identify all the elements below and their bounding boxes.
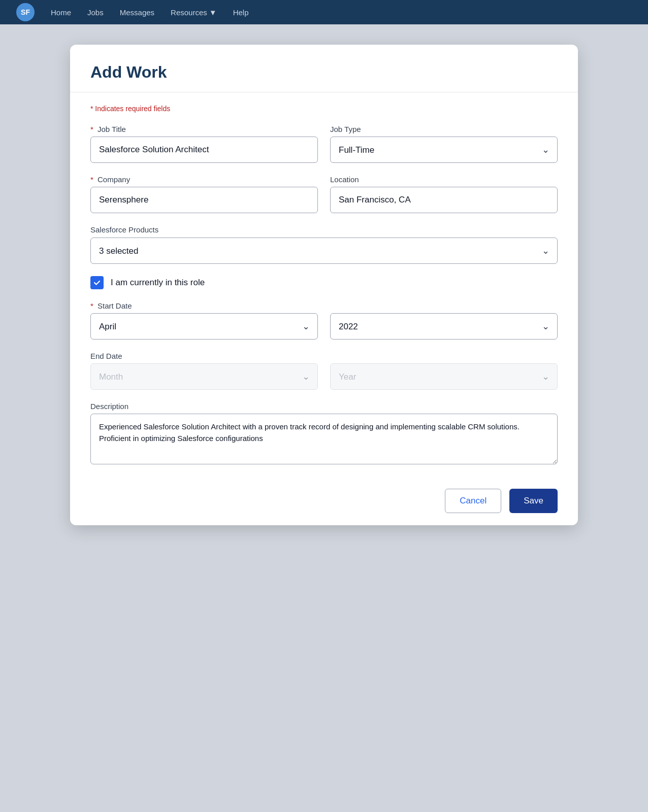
end-year-group: Year ⌄ xyxy=(330,363,558,390)
nav-help[interactable]: Help xyxy=(233,6,249,19)
start-year-select-wrapper: 2024 2023 2022 2021 2020 2019 2018 ⌄ xyxy=(330,313,558,340)
start-year-group: 2024 2023 2022 2021 2020 2019 2018 ⌄ xyxy=(330,313,558,340)
navigation-bar: SF Home Jobs Messages Resources ▼ Help xyxy=(0,0,648,24)
start-date-required-star: * xyxy=(90,301,93,310)
modal-body: * Indicates required fields * Job Title … xyxy=(70,92,578,481)
start-year-select[interactable]: 2024 2023 2022 2021 2020 2019 2018 xyxy=(330,313,558,340)
description-label: Description xyxy=(90,402,558,411)
save-button[interactable]: Save xyxy=(509,489,558,513)
currently-in-role-row: I am currently in this role xyxy=(90,276,558,289)
end-year-select[interactable]: Year xyxy=(330,363,558,390)
modal-title: Add Work xyxy=(90,63,558,82)
required-note: * Indicates required fields xyxy=(90,105,558,113)
start-month-select[interactable]: January February March April May June Ju… xyxy=(90,313,318,340)
company-location-row: * Company Location xyxy=(90,175,558,213)
job-title-job-type-row: * Job Title Job Type Full-Time Part-Time… xyxy=(90,125,558,163)
job-title-input[interactable] xyxy=(90,137,318,163)
add-work-modal: Add Work * Indicates required fields * J… xyxy=(70,45,578,525)
checkmark-icon xyxy=(93,279,101,287)
cancel-button[interactable]: Cancel xyxy=(445,489,501,513)
end-year-select-wrapper: Year ⌄ xyxy=(330,363,558,390)
salesforce-products-select[interactable]: 3 selected xyxy=(90,238,558,264)
location-input[interactable] xyxy=(330,187,558,213)
nav-resources[interactable]: Resources ▼ xyxy=(171,6,217,19)
salesforce-products-label: Salesforce Products xyxy=(90,225,158,234)
job-title-required-star: * xyxy=(90,125,93,133)
nav-jobs[interactable]: Jobs xyxy=(87,6,104,19)
end-date-section: End Date Month ⌄ Year xyxy=(90,352,558,390)
description-textarea[interactable]: Experienced Salesforce Solution Architec… xyxy=(90,414,558,464)
description-section: Description Experienced Salesforce Solut… xyxy=(90,402,558,466)
job-title-group: * Job Title xyxy=(90,125,318,163)
company-input[interactable] xyxy=(90,187,318,213)
job-type-group: Job Type Full-Time Part-Time Contract Fr… xyxy=(330,125,558,163)
start-month-group: January February March April May June Ju… xyxy=(90,313,318,340)
company-label: * Company xyxy=(90,175,318,184)
end-month-group: Month ⌄ xyxy=(90,363,318,390)
job-title-label: * Job Title xyxy=(90,125,318,133)
modal-header: Add Work xyxy=(70,45,578,92)
currently-in-role-label: I am currently in this role xyxy=(111,278,205,288)
job-type-select-wrapper: Full-Time Part-Time Contract Freelance ⌄ xyxy=(330,137,558,163)
end-month-select[interactable]: Month xyxy=(90,363,318,390)
start-month-select-wrapper: January February March April May June Ju… xyxy=(90,313,318,340)
company-required-star: * xyxy=(90,175,93,184)
location-group: Location xyxy=(330,175,558,213)
nav-messages[interactable]: Messages xyxy=(120,6,154,19)
job-type-select[interactable]: Full-Time Part-Time Contract Freelance xyxy=(330,137,558,163)
modal-footer: Cancel Save xyxy=(70,481,578,525)
chevron-down-icon: ▼ xyxy=(209,8,217,17)
start-date-section: * Start Date January February March Apri… xyxy=(90,301,558,340)
logo: SF xyxy=(16,3,35,21)
salesforce-products-select-wrapper: 3 selected ⌄ xyxy=(90,238,558,264)
start-date-label: * Start Date xyxy=(90,301,558,310)
end-date-row: Month ⌄ Year ⌄ xyxy=(90,363,558,390)
start-date-row: January February March April May June Ju… xyxy=(90,313,558,340)
currently-in-role-checkbox[interactable] xyxy=(90,276,104,289)
nav-home[interactable]: Home xyxy=(51,6,71,19)
job-type-label: Job Type xyxy=(330,125,558,133)
end-date-label: End Date xyxy=(90,352,558,360)
location-label: Location xyxy=(330,175,558,184)
salesforce-products-group: Salesforce Products 3 selected ⌄ xyxy=(90,225,558,264)
company-group: * Company xyxy=(90,175,318,213)
modal-overlay: Add Work * Indicates required fields * J… xyxy=(0,24,648,812)
end-month-select-wrapper: Month ⌄ xyxy=(90,363,318,390)
